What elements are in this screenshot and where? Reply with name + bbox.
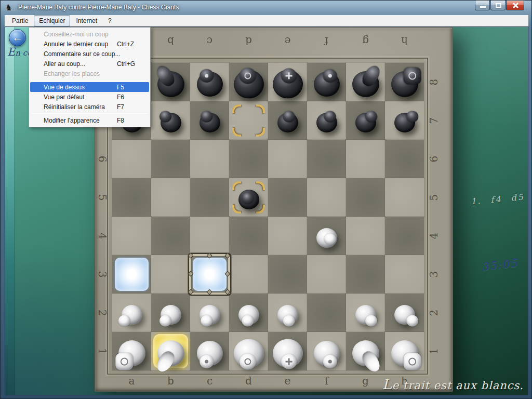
piece-black-knight-b8[interactable] xyxy=(151,63,190,101)
titlebar[interactable]: ♞ ♘ Pierre-Marie Baty contre Pierre-Mari… xyxy=(1,1,531,15)
file-label-bottom-f: f xyxy=(307,375,346,387)
close-button[interactable] xyxy=(506,1,524,10)
piece-white-knight-g1[interactable] xyxy=(346,332,385,370)
piece-black-queen-d8[interactable] xyxy=(229,63,268,101)
menu-item-label: Conseillez-moi un coup xyxy=(44,31,117,38)
bishop-mark xyxy=(205,360,208,363)
pawn-head xyxy=(324,233,336,245)
pawn-head xyxy=(242,192,254,204)
piece-black-rook-h8[interactable] xyxy=(385,63,424,101)
legal-move-highlight-a3 xyxy=(115,258,149,291)
menu-item-label: Annuler le dernier coup xyxy=(44,41,117,48)
file-label-top-h: h xyxy=(385,35,424,47)
menu-separator xyxy=(31,113,148,114)
pawn-head xyxy=(283,111,295,122)
menu-item-advise[interactable]: Conseillez-moi un coup xyxy=(30,29,149,39)
piece-white-pawn-c2[interactable] xyxy=(190,294,229,332)
pawn-head xyxy=(159,111,171,122)
background-left-strip xyxy=(5,27,15,395)
menu-item-default-view[interactable]: Vue par défautF6 xyxy=(30,92,149,102)
piece-white-king-e1[interactable] xyxy=(268,332,307,370)
menu-item-shortcut: F5 xyxy=(117,84,147,91)
piece-white-pawn-f4[interactable] xyxy=(307,217,346,255)
pawn-head xyxy=(365,315,377,326)
menubar-partie[interactable]: Partie xyxy=(7,15,33,26)
file-label-top-d: d xyxy=(229,35,268,47)
piece-black-bishop-c8[interactable] xyxy=(190,63,229,101)
piece-white-bishop-c1[interactable] xyxy=(190,332,229,370)
rook-mark xyxy=(408,357,416,365)
maximize-button[interactable] xyxy=(490,1,506,10)
pawn-head xyxy=(118,315,130,326)
menu-item-comment[interactable]: Commentaire sur ce coup... xyxy=(30,49,149,59)
queen-mark xyxy=(244,358,251,365)
menu-item-shortcut: F6 xyxy=(117,94,147,101)
menu-item-undo[interactable]: Annuler le dernier coupCtrl+Z xyxy=(30,39,149,49)
menubar-help[interactable]: ? xyxy=(103,15,117,26)
white-knight-icon: ♘ xyxy=(9,3,16,14)
piece-white-pawn-g2[interactable] xyxy=(346,294,385,332)
menu-item-shortcut: Ctrl+G xyxy=(117,60,147,68)
file-label-bottom-a: a xyxy=(112,375,151,387)
piece-black-pawn-c7[interactable] xyxy=(190,101,229,140)
file-label-top-f: f xyxy=(307,35,346,47)
frame-ornament xyxy=(224,271,230,276)
piece-black-bishop-f8[interactable] xyxy=(307,63,346,101)
turn-indicator: Le trait est aux blancs. xyxy=(382,376,524,392)
menu-item-goto-move[interactable]: Aller au coup...Ctrl+G xyxy=(30,59,149,69)
menubar-internet[interactable]: Internet xyxy=(71,15,102,26)
piece-black-pawn-e7[interactable] xyxy=(268,101,307,140)
window-title: Pierre-Marie Baty contre Pierre-Marie Ba… xyxy=(18,4,179,11)
file-label-bottom-e: e xyxy=(268,375,307,387)
piece-white-pawn-d2[interactable] xyxy=(229,294,268,332)
pawn-head xyxy=(406,111,418,122)
piece-white-queen-d1[interactable] xyxy=(229,332,268,370)
menubar: PartieEchiquierInternet? xyxy=(5,15,528,26)
menubar-echiquier[interactable]: Echiquier xyxy=(34,15,70,26)
window-controls xyxy=(474,1,524,10)
piece-white-pawn-e2[interactable] xyxy=(268,294,307,332)
client-area: ← En cours aabbccddeeffgghh8877665544332… xyxy=(5,26,528,395)
rook-mark xyxy=(408,72,416,79)
piece-black-king-e8[interactable] xyxy=(268,63,307,101)
bishop-mark xyxy=(328,74,331,77)
pawn-head xyxy=(159,315,171,326)
echiquier-menu: Conseillez-moi un coupAnnuler le dernier… xyxy=(29,27,151,127)
menu-item-label: Réinitialiser la caméra xyxy=(44,103,117,111)
piece-black-pawn-b7[interactable] xyxy=(151,101,190,140)
menu-item-shortcut: F8 xyxy=(117,117,147,124)
piece-white-rook-a1[interactable] xyxy=(112,332,151,370)
menu-item-appearance[interactable]: Modifier l'apparenceF8 xyxy=(30,115,149,125)
bishop-mark xyxy=(328,360,331,363)
menu-separator xyxy=(31,80,148,81)
king-mark xyxy=(285,361,292,362)
piece-white-knight-b1[interactable] xyxy=(151,332,190,370)
piece-black-pawn-g7[interactable] xyxy=(346,101,385,140)
minimize-button[interactable] xyxy=(475,1,490,10)
menu-item-reset-camera[interactable]: Réinitialiser la caméraF7 xyxy=(30,102,149,112)
move-list: 1. f4 d5 xyxy=(470,192,525,207)
maximize-icon xyxy=(496,3,501,8)
bishop-mark xyxy=(205,74,208,77)
piece-black-knight-g8[interactable] xyxy=(346,63,385,101)
piece-white-pawn-a2[interactable] xyxy=(112,294,151,332)
pawn-head xyxy=(283,315,295,326)
piece-white-bishop-f1[interactable] xyxy=(307,332,346,370)
minimize-icon xyxy=(480,6,486,8)
menu-item-shortcut: Ctrl+Z xyxy=(117,41,147,48)
pawn-head xyxy=(324,111,336,122)
menu-item-label: Vue de dessus xyxy=(44,84,117,91)
piece-black-pawn-d5[interactable] xyxy=(229,178,268,217)
piece-white-pawn-b2[interactable] xyxy=(151,294,190,332)
piece-black-pawn-h7[interactable] xyxy=(385,101,424,140)
piece-white-rook-h1[interactable] xyxy=(385,332,424,370)
back-button[interactable]: ← xyxy=(9,29,26,46)
piece-white-pawn-h2[interactable] xyxy=(385,294,424,332)
file-label-bottom-c: c xyxy=(190,375,229,387)
pawn-head xyxy=(406,315,418,326)
piece-black-pawn-f7[interactable] xyxy=(307,101,346,140)
menu-item-top-view[interactable]: Vue de dessusF5 xyxy=(30,82,149,92)
hover-move-frame-c3 xyxy=(189,254,230,295)
king-mark xyxy=(285,75,292,76)
menu-item-swap-sides[interactable]: Echanger les places xyxy=(30,69,149,78)
